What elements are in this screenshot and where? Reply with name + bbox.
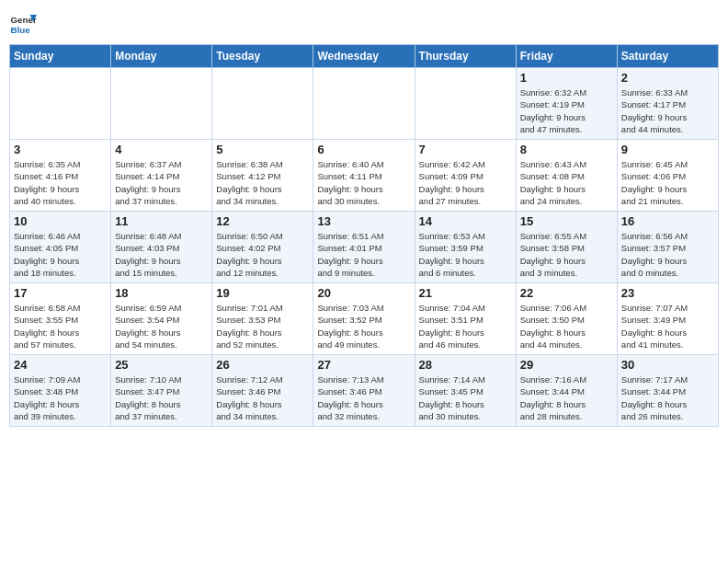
cell-0-5: 1Sunrise: 6:32 AM Sunset: 4:19 PM Daylig… — [516, 68, 617, 140]
cell-4-3: 27Sunrise: 7:13 AM Sunset: 3:46 PM Dayli… — [313, 355, 415, 427]
cell-3-3: 20Sunrise: 7:03 AM Sunset: 3:52 PM Dayli… — [313, 283, 415, 355]
day-info: Sunrise: 6:37 AM Sunset: 4:14 PM Dayligh… — [115, 158, 208, 207]
page: General Blue SundayMondayTuesdayWednesda… — [0, 0, 728, 563]
day-info: Sunrise: 7:06 AM Sunset: 3:50 PM Dayligh… — [520, 302, 613, 350]
header-thursday: Thursday — [415, 45, 516, 68]
cell-2-5: 15Sunrise: 6:55 AM Sunset: 3:58 PM Dayli… — [516, 212, 617, 283]
day-number: 13 — [317, 214, 410, 228]
cell-1-3: 6Sunrise: 6:40 AM Sunset: 4:11 PM Daylig… — [313, 140, 415, 212]
day-info: Sunrise: 7:01 AM Sunset: 3:53 PM Dayligh… — [216, 302, 309, 350]
day-info: Sunrise: 7:10 AM Sunset: 3:47 PM Dayligh… — [115, 373, 208, 422]
cell-1-0: 3Sunrise: 6:35 AM Sunset: 4:16 PM Daylig… — [10, 140, 111, 212]
day-info: Sunrise: 6:45 AM Sunset: 4:06 PM Dayligh… — [621, 158, 714, 207]
cell-2-1: 11Sunrise: 6:48 AM Sunset: 4:03 PM Dayli… — [111, 212, 212, 283]
day-number: 25 — [115, 358, 208, 372]
day-number: 19 — [216, 286, 309, 300]
header-row: SundayMondayTuesdayWednesdayThursdayFrid… — [10, 45, 719, 68]
cell-0-1 — [111, 68, 212, 140]
cell-4-0: 24Sunrise: 7:09 AM Sunset: 3:48 PM Dayli… — [10, 355, 111, 427]
day-info: Sunrise: 7:09 AM Sunset: 3:48 PM Dayligh… — [14, 373, 107, 422]
day-number: 17 — [14, 286, 107, 300]
logo: General Blue — [9, 9, 37, 37]
cell-3-5: 22Sunrise: 7:06 AM Sunset: 3:50 PM Dayli… — [516, 283, 617, 355]
day-info: Sunrise: 7:12 AM Sunset: 3:46 PM Dayligh… — [216, 373, 309, 422]
day-number: 23 — [621, 286, 714, 300]
cell-3-2: 19Sunrise: 7:01 AM Sunset: 3:53 PM Dayli… — [212, 283, 313, 355]
day-info: Sunrise: 7:07 AM Sunset: 3:49 PM Dayligh… — [621, 302, 714, 350]
logo-icon: General Blue — [9, 9, 37, 37]
cell-3-1: 18Sunrise: 6:59 AM Sunset: 3:54 PM Dayli… — [111, 283, 212, 355]
day-number: 7 — [419, 143, 512, 156]
day-number: 26 — [216, 358, 309, 372]
day-info: Sunrise: 6:56 AM Sunset: 3:57 PM Dayligh… — [621, 230, 714, 279]
cell-0-0 — [10, 68, 111, 140]
header-tuesday: Tuesday — [212, 45, 313, 68]
day-info: Sunrise: 6:32 AM Sunset: 4:19 PM Dayligh… — [520, 86, 613, 135]
day-info: Sunrise: 6:59 AM Sunset: 3:54 PM Dayligh… — [115, 302, 208, 350]
cell-0-6: 2Sunrise: 6:33 AM Sunset: 4:17 PM Daylig… — [617, 68, 718, 140]
week-row-4: 24Sunrise: 7:09 AM Sunset: 3:48 PM Dayli… — [10, 355, 719, 427]
cell-2-3: 13Sunrise: 6:51 AM Sunset: 4:01 PM Dayli… — [313, 212, 415, 283]
day-number: 6 — [317, 143, 410, 156]
day-number: 11 — [115, 214, 208, 228]
cell-1-5: 8Sunrise: 6:43 AM Sunset: 4:08 PM Daylig… — [516, 140, 617, 212]
day-info: Sunrise: 7:13 AM Sunset: 3:46 PM Dayligh… — [317, 373, 410, 422]
day-number: 20 — [317, 286, 410, 300]
cell-2-6: 16Sunrise: 6:56 AM Sunset: 3:57 PM Dayli… — [617, 212, 718, 283]
day-number: 8 — [520, 143, 613, 156]
week-row-0: 1Sunrise: 6:32 AM Sunset: 4:19 PM Daylig… — [10, 68, 719, 140]
cell-2-0: 10Sunrise: 6:46 AM Sunset: 4:05 PM Dayli… — [10, 212, 111, 283]
cell-1-2: 5Sunrise: 6:38 AM Sunset: 4:12 PM Daylig… — [212, 140, 313, 212]
cell-0-3 — [313, 68, 415, 140]
day-info: Sunrise: 7:17 AM Sunset: 3:44 PM Dayligh… — [621, 373, 714, 422]
day-info: Sunrise: 6:53 AM Sunset: 3:59 PM Dayligh… — [419, 230, 512, 279]
cell-3-6: 23Sunrise: 7:07 AM Sunset: 3:49 PM Dayli… — [617, 283, 718, 355]
day-number: 30 — [621, 358, 714, 372]
week-row-1: 3Sunrise: 6:35 AM Sunset: 4:16 PM Daylig… — [10, 140, 719, 212]
day-number: 2 — [621, 71, 714, 85]
cell-4-1: 25Sunrise: 7:10 AM Sunset: 3:47 PM Dayli… — [111, 355, 212, 427]
day-number: 24 — [14, 358, 107, 372]
day-number: 18 — [115, 286, 208, 300]
day-info: Sunrise: 7:03 AM Sunset: 3:52 PM Dayligh… — [317, 302, 410, 350]
day-number: 16 — [621, 214, 714, 228]
header-monday: Monday — [111, 45, 212, 68]
day-info: Sunrise: 6:55 AM Sunset: 3:58 PM Dayligh… — [520, 230, 613, 279]
day-number: 9 — [621, 143, 714, 156]
cell-4-5: 29Sunrise: 7:16 AM Sunset: 3:44 PM Dayli… — [516, 355, 617, 427]
day-info: Sunrise: 6:46 AM Sunset: 4:05 PM Dayligh… — [14, 230, 107, 279]
header-saturday: Saturday — [617, 45, 718, 68]
day-info: Sunrise: 6:35 AM Sunset: 4:16 PM Dayligh… — [14, 158, 107, 207]
day-number: 14 — [419, 214, 512, 228]
cell-3-4: 21Sunrise: 7:04 AM Sunset: 3:51 PM Dayli… — [415, 283, 516, 355]
cell-2-2: 12Sunrise: 6:50 AM Sunset: 4:02 PM Dayli… — [212, 212, 313, 283]
day-number: 22 — [520, 286, 613, 300]
cell-2-4: 14Sunrise: 6:53 AM Sunset: 3:59 PM Dayli… — [415, 212, 516, 283]
day-info: Sunrise: 6:43 AM Sunset: 4:08 PM Dayligh… — [520, 158, 613, 207]
day-info: Sunrise: 7:14 AM Sunset: 3:45 PM Dayligh… — [419, 373, 512, 422]
day-number: 28 — [419, 358, 512, 372]
day-number: 4 — [115, 143, 208, 156]
header-friday: Friday — [516, 45, 617, 68]
day-info: Sunrise: 7:16 AM Sunset: 3:44 PM Dayligh… — [520, 373, 613, 422]
day-number: 27 — [317, 358, 410, 372]
svg-text:Blue: Blue — [11, 25, 31, 35]
day-info: Sunrise: 6:48 AM Sunset: 4:03 PM Dayligh… — [115, 230, 208, 279]
day-number: 10 — [14, 214, 107, 228]
cell-1-4: 7Sunrise: 6:42 AM Sunset: 4:09 PM Daylig… — [415, 140, 516, 212]
day-info: Sunrise: 6:42 AM Sunset: 4:09 PM Dayligh… — [419, 158, 512, 207]
day-info: Sunrise: 6:40 AM Sunset: 4:11 PM Dayligh… — [317, 158, 410, 207]
day-info: Sunrise: 6:58 AM Sunset: 3:55 PM Dayligh… — [14, 302, 107, 350]
cell-1-1: 4Sunrise: 6:37 AM Sunset: 4:14 PM Daylig… — [111, 140, 212, 212]
header-wednesday: Wednesday — [313, 45, 415, 68]
cell-4-6: 30Sunrise: 7:17 AM Sunset: 3:44 PM Dayli… — [617, 355, 718, 427]
day-number: 3 — [14, 143, 107, 156]
day-number: 5 — [216, 143, 309, 156]
day-info: Sunrise: 6:51 AM Sunset: 4:01 PM Dayligh… — [317, 230, 410, 279]
day-info: Sunrise: 6:38 AM Sunset: 4:12 PM Dayligh… — [216, 158, 309, 207]
cell-0-4 — [415, 68, 516, 140]
day-info: Sunrise: 6:50 AM Sunset: 4:02 PM Dayligh… — [216, 230, 309, 279]
day-number: 15 — [520, 214, 613, 228]
header-sunday: Sunday — [10, 45, 111, 68]
day-info: Sunrise: 6:33 AM Sunset: 4:17 PM Dayligh… — [621, 86, 714, 135]
